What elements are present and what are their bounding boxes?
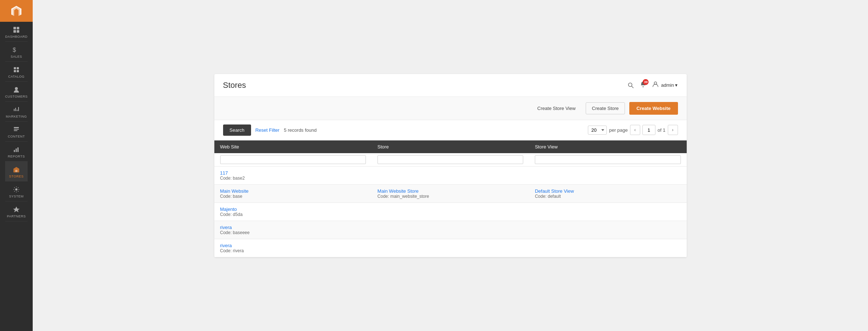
dashboard-icon <box>13 26 20 33</box>
sidebar-label-stores: Stores <box>9 175 24 178</box>
page-number-input[interactable] <box>642 125 655 135</box>
table-body: 117Code: base2Main WebsiteCode: baseMain… <box>214 166 687 257</box>
records-found: 5 records found <box>284 127 316 133</box>
sidebar-item-system[interactable]: System <box>5 181 28 201</box>
cell-store-view <box>529 203 686 221</box>
svg-rect-4 <box>13 30 16 33</box>
website-link[interactable]: 117 <box>220 170 228 176</box>
store-view-filter-input[interactable] <box>535 155 681 164</box>
cell-website: Main WebsiteCode: base <box>214 184 372 203</box>
svg-line-22 <box>632 86 634 88</box>
website-code: Code: baseeee <box>220 230 366 235</box>
table-filter-row <box>214 153 687 167</box>
table-row: riveraCode: baseeee <box>214 221 687 239</box>
svg-rect-14 <box>14 130 17 131</box>
create-store-view-button[interactable]: Create Store View <box>532 103 581 114</box>
svg-point-19 <box>15 188 17 191</box>
svg-rect-17 <box>17 147 19 152</box>
action-bar: Create Store View Create Store Create We… <box>214 97 687 120</box>
store-view-code: Code: default <box>535 194 681 199</box>
cell-website: MajentoCode: d5da <box>214 203 372 221</box>
svg-rect-3 <box>17 27 19 29</box>
content-card: Stores 39 <box>214 74 687 257</box>
cell-store: Main Website StoreCode: main_website_sto… <box>372 184 529 203</box>
customers-icon <box>13 86 20 93</box>
sidebar-label-reports: Reports <box>8 155 25 158</box>
sidebar-item-dashboard[interactable]: Dashboard <box>5 22 28 42</box>
sidebar-item-reports[interactable]: Reports <box>5 142 28 162</box>
notification-badge: 39 <box>643 79 649 85</box>
cell-website: riveraCode: baseeee <box>214 221 372 239</box>
svg-rect-10 <box>17 70 19 72</box>
svg-point-23 <box>643 86 644 87</box>
sidebar: Dashboard $ Sales Catalog Customers Mark… <box>0 0 33 331</box>
sidebar-item-customers[interactable]: Customers <box>5 82 28 102</box>
magento-logo-icon <box>10 4 23 17</box>
svg-rect-16 <box>16 148 17 152</box>
svg-point-11 <box>15 87 18 90</box>
store-link[interactable]: Main Website Store <box>378 188 419 194</box>
cell-store <box>372 221 529 239</box>
website-link[interactable]: Majento <box>220 207 237 212</box>
prev-page-button[interactable]: ‹ <box>630 125 640 135</box>
sidebar-item-sales[interactable]: $ Sales <box>5 42 28 62</box>
sidebar-logo <box>0 0 33 22</box>
cell-website: 117Code: base2 <box>214 166 372 184</box>
search-button[interactable] <box>627 82 634 89</box>
sidebar-label-catalog: Catalog <box>8 75 24 78</box>
website-code: Code: base2 <box>220 176 366 181</box>
svg-rect-18 <box>15 170 17 172</box>
svg-rect-2 <box>13 27 16 29</box>
create-website-button[interactable]: Create Website <box>629 102 678 115</box>
per-page-select[interactable]: 203050100 <box>588 126 607 135</box>
sidebar-label-marketing: Marketing <box>6 115 27 118</box>
cell-store-view <box>529 239 686 257</box>
website-code: Code: rivera <box>220 248 366 253</box>
partners-icon <box>13 206 20 213</box>
reports-icon <box>13 146 20 153</box>
website-code: Code: d5da <box>220 212 366 217</box>
sidebar-item-catalog[interactable]: Catalog <box>5 62 28 82</box>
sidebar-label-customers: Customers <box>5 95 28 98</box>
col-website: Web Site <box>214 140 372 153</box>
page-title: Stores <box>223 81 246 90</box>
create-store-button[interactable]: Create Store <box>586 102 625 114</box>
next-page-button[interactable]: › <box>668 125 678 135</box>
notification-button[interactable]: 39 <box>640 81 646 89</box>
website-code: Code: base <box>220 194 366 199</box>
search-icon <box>627 82 634 89</box>
website-link[interactable]: Main Website <box>220 188 249 194</box>
marketing-icon <box>13 106 20 113</box>
website-link[interactable]: rivera <box>220 243 232 248</box>
search-filter-button[interactable]: Search <box>223 124 251 136</box>
svg-rect-9 <box>14 70 16 72</box>
store-view-link[interactable]: Default Store View <box>535 188 574 194</box>
system-icon <box>13 186 20 193</box>
sidebar-item-stores[interactable]: Stores <box>5 162 28 181</box>
cell-store <box>372 239 529 257</box>
sidebar-label-content: Content <box>8 135 25 138</box>
sidebar-item-marketing[interactable]: Marketing <box>5 102 28 122</box>
svg-rect-7 <box>14 67 16 69</box>
catalog-icon <box>13 66 20 73</box>
svg-rect-12 <box>14 127 19 128</box>
sidebar-label-partners: Partners <box>7 214 26 218</box>
store-filter-input[interactable] <box>378 155 523 164</box>
website-link[interactable]: rivera <box>220 225 232 230</box>
svg-rect-15 <box>14 150 15 152</box>
website-filter-input[interactable] <box>220 155 366 164</box>
stores-table: Web Site Store Store View 117Code: base2… <box>214 140 687 257</box>
outer-wrapper: Dashboard $ Sales Catalog Customers Mark… <box>0 0 868 331</box>
table-row: riveraCode: rivera <box>214 239 687 257</box>
per-page-label: per page <box>609 127 627 133</box>
sidebar-label-sales: Sales <box>11 55 22 58</box>
pagination: 203050100 per page ‹ of 1 › <box>588 125 678 135</box>
sidebar-item-partners[interactable]: Partners <box>5 201 28 221</box>
reset-filter-button[interactable]: Reset Filter <box>255 127 279 133</box>
table-header-row: Web Site Store Store View <box>214 140 687 153</box>
admin-user[interactable]: admin ▾ <box>652 81 678 89</box>
svg-rect-8 <box>17 67 19 69</box>
svg-rect-13 <box>14 129 19 130</box>
sidebar-item-content[interactable]: Content <box>5 122 28 142</box>
filter-left: Search Reset Filter 5 records found <box>223 124 317 136</box>
